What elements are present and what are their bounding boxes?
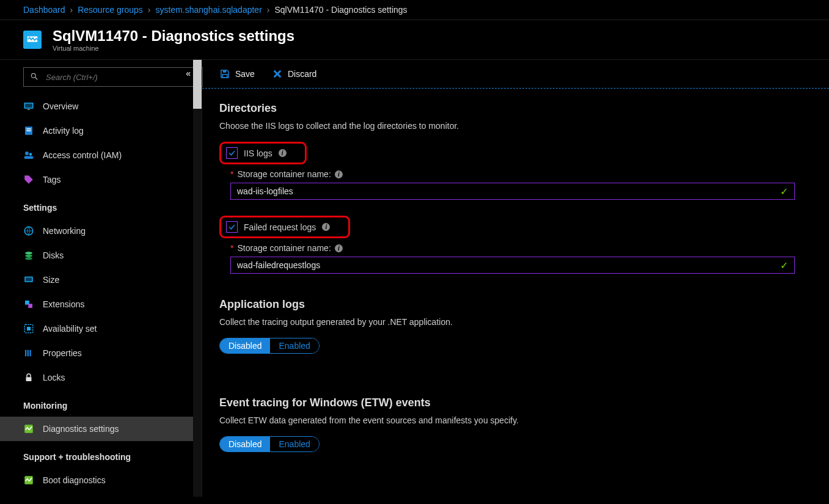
svg-rect-11 xyxy=(24,156,34,159)
lock-icon xyxy=(23,372,34,383)
avail-icon xyxy=(23,323,34,334)
sidebar-item-label: Size xyxy=(43,275,59,285)
main-pane: Save Discard Directories Choose the IIS … xyxy=(202,60,829,497)
svg-rect-5 xyxy=(27,109,31,111)
page-title: SqlVM11470 - Diagnostics settings xyxy=(53,27,294,45)
sidebar-item-label: Locks xyxy=(43,373,65,382)
sidebar-item-extensions[interactable]: Extensions xyxy=(23,292,192,316)
size-icon xyxy=(23,274,34,285)
breadcrumb-dashboard[interactable]: Dashboard xyxy=(23,5,65,15)
etw-enabled[interactable]: Enabled xyxy=(270,437,318,451)
tag-icon xyxy=(23,174,34,185)
svg-rect-28 xyxy=(223,70,226,73)
svg-rect-19 xyxy=(28,304,32,308)
breadcrumb-current: SqlVM11470 - Diagnostics settings xyxy=(274,5,407,15)
app-logs-disabled[interactable]: Disabled xyxy=(220,338,270,353)
sidebar-item-activity-log[interactable]: Activity log xyxy=(23,119,192,143)
sidebar-item-disks[interactable]: Disks xyxy=(23,243,192,268)
svg-rect-23 xyxy=(27,350,29,357)
failed-request-logs-checkbox[interactable] xyxy=(226,221,238,233)
iis-storage-label: Storage container name: xyxy=(237,169,331,179)
breadcrumb: Dashboard › Resource groups › system.sha… xyxy=(0,0,829,20)
breadcrumb-resource-groups[interactable]: Resource groups xyxy=(78,5,143,15)
svg-rect-25 xyxy=(26,377,32,381)
sidebar-item-access-control[interactable]: Access control (IAM) xyxy=(23,143,192,167)
props-icon xyxy=(23,348,34,359)
save-button[interactable]: Save xyxy=(219,68,255,79)
sidebar-scrollbar[interactable] xyxy=(193,60,202,497)
globe-icon xyxy=(23,225,34,236)
sidebar-item-label: Activity log xyxy=(43,126,84,136)
sidebar-item-overview[interactable]: Overview xyxy=(23,94,192,119)
etw-title: Event tracing for Windows (ETW) events xyxy=(219,396,812,409)
svg-rect-8 xyxy=(26,130,31,131)
breadcrumb-sep-icon: › xyxy=(70,5,73,15)
breadcrumb-sep-icon: › xyxy=(148,5,151,15)
svg-point-10 xyxy=(29,153,32,156)
app-logs-enabled[interactable]: Enabled xyxy=(270,338,318,353)
sidebar-section-settings: Settings xyxy=(23,203,192,213)
info-icon[interactable]: i xyxy=(279,149,287,157)
sidebar-item-diagnostics-settings[interactable]: Diagnostics settings xyxy=(0,417,202,441)
svg-point-13 xyxy=(25,252,32,255)
directories-desc: Choose the IIS logs to collect and the l… xyxy=(219,121,812,131)
search-icon xyxy=(30,72,38,82)
breadcrumb-resource-group[interactable]: system.shanghai.sqladapter xyxy=(155,5,261,15)
sidebar-item-label: Access control (IAM) xyxy=(43,150,122,160)
monitor-icon xyxy=(23,101,34,112)
info-icon[interactable]: i xyxy=(335,244,343,252)
page-header: SqlVM11470 - Diagnostics settings Virtua… xyxy=(0,20,829,59)
breadcrumb-sep-icon: › xyxy=(267,5,270,15)
failed-storage-input[interactable]: wad-failedrequestlogs ✓ xyxy=(230,257,795,274)
iis-storage-input[interactable]: wad-iis-logfiles ✓ xyxy=(230,183,795,200)
save-label: Save xyxy=(235,69,255,79)
highlight-failed-request-logs: Failed request logs i xyxy=(219,216,350,238)
save-icon xyxy=(219,68,230,79)
directories-title: Directories xyxy=(219,102,812,115)
svg-point-9 xyxy=(25,152,29,155)
svg-rect-7 xyxy=(26,128,31,130)
etw-disabled[interactable]: Disabled xyxy=(220,437,270,451)
svg-line-2 xyxy=(35,77,38,79)
highlight-iis-logs: IIS logs i xyxy=(219,142,307,164)
app-logs-toggle[interactable]: Disabled Enabled xyxy=(219,338,320,354)
valid-check-icon: ✓ xyxy=(780,186,788,197)
sidebar-item-label: Disks xyxy=(43,250,64,260)
discard-button[interactable]: Discard xyxy=(272,68,316,79)
required-asterisk: * xyxy=(230,243,233,253)
iam-icon xyxy=(23,150,34,161)
sidebar-item-boot-diagnostics[interactable]: Boot diagnostics xyxy=(23,468,192,492)
app-logs-title: Application logs xyxy=(219,298,812,311)
search-box[interactable] xyxy=(23,67,203,87)
sidebar-item-locks[interactable]: Locks xyxy=(23,365,192,390)
iis-logs-label: IIS logs xyxy=(244,148,272,158)
etw-toggle[interactable]: Disabled Enabled xyxy=(219,436,320,452)
svg-rect-4 xyxy=(25,104,32,108)
app-logs-desc: Collect the tracing output generated by … xyxy=(219,317,812,327)
sidebar-item-networking[interactable]: Networking xyxy=(23,219,192,243)
svg-point-15 xyxy=(25,257,32,260)
iis-logs-checkbox[interactable] xyxy=(226,147,238,159)
sidebar-item-availability-set[interactable]: Availability set xyxy=(23,316,192,341)
sidebar-item-properties[interactable]: Properties xyxy=(23,341,192,365)
sidebar-item-tags[interactable]: Tags xyxy=(23,167,192,192)
failed-request-logs-label: Failed request logs xyxy=(244,222,316,232)
sidebar-item-label: Availability set xyxy=(43,324,97,334)
etw-desc: Collect ETW data generated from the even… xyxy=(219,415,812,425)
search-input[interactable] xyxy=(45,72,196,82)
discard-label: Discard xyxy=(288,69,316,79)
info-icon[interactable]: i xyxy=(322,223,330,231)
failed-storage-label: Storage container name: xyxy=(237,243,331,253)
toolbar: Save Discard xyxy=(202,60,829,89)
sidebar-scroll-thumb[interactable] xyxy=(193,60,202,109)
sidebar-item-size[interactable]: Size xyxy=(23,268,192,292)
svg-rect-22 xyxy=(25,350,26,357)
svg-point-14 xyxy=(25,255,32,258)
sidebar-item-label: Diagnostics settings xyxy=(43,424,119,434)
disks-icon xyxy=(23,250,34,261)
boot-icon xyxy=(23,475,34,486)
info-icon[interactable]: i xyxy=(335,170,343,178)
collapse-sidebar-icon[interactable]: « xyxy=(186,68,191,78)
sidebar-item-label: Boot diagnostics xyxy=(43,475,106,485)
sidebar-item-label: Overview xyxy=(43,101,78,111)
